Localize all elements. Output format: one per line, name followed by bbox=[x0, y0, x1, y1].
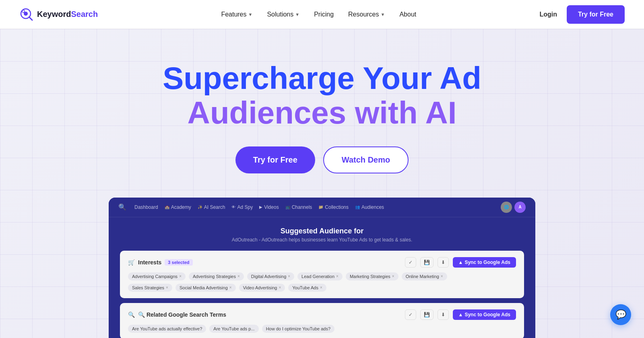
interests-icon: 🛒 bbox=[128, 259, 135, 266]
app-tab-videos[interactable]: ▶Videos bbox=[259, 204, 279, 210]
tag-remove-icon[interactable]: × bbox=[441, 274, 443, 278]
tag-item[interactable]: Lead Generation × bbox=[297, 272, 343, 280]
app-tab-academy[interactable]: 🏫Academy bbox=[165, 204, 191, 210]
app-tab-dashboard[interactable]: Dashboard bbox=[134, 204, 158, 210]
login-button[interactable]: Login bbox=[539, 11, 557, 18]
app-search-icon[interactable]: 🔍 bbox=[118, 203, 126, 211]
interests-tags-row2: Sales Strategies × Social Media Advertis… bbox=[128, 284, 516, 292]
nav-pricing[interactable]: Pricing bbox=[314, 11, 334, 18]
interests-tags: Advertising Campaigns × Advertising Stra… bbox=[128, 272, 516, 280]
tag-remove-icon[interactable]: × bbox=[237, 274, 240, 278]
interests-card-header: 🛒 🛒 Interests Interests 3 selected ✓ 💾 ⬇… bbox=[128, 257, 516, 268]
interests-card-title: 🛒 🛒 Interests Interests 3 selected bbox=[128, 259, 193, 266]
app-tab-collections[interactable]: 📁Collections bbox=[318, 204, 349, 210]
hero-title: Supercharge Your Ad Audiences with AI bbox=[141, 61, 503, 130]
tag-remove-icon[interactable]: × bbox=[288, 274, 290, 278]
chevron-down-icon: ▼ bbox=[381, 12, 385, 17]
hero-buttons: Try for Free Watch Demo bbox=[8, 146, 636, 173]
avatar-flag: 🌐 bbox=[501, 202, 512, 213]
interests-check-button[interactable]: ✓ bbox=[405, 257, 416, 268]
related-download-button[interactable]: ⬇ bbox=[438, 309, 449, 320]
chevron-down-icon: ▼ bbox=[248, 12, 253, 17]
app-tab-ai-search[interactable]: ✨AI Search bbox=[198, 204, 225, 210]
avatar-user: A bbox=[514, 202, 526, 213]
app-avatars: 🌐 A bbox=[501, 202, 526, 213]
related-save-button[interactable]: 💾 bbox=[420, 309, 433, 320]
interests-sync-button[interactable]: ▲ Sync to Google Ads bbox=[453, 257, 516, 268]
interests-card-actions: ✓ 💾 ⬇ ▲ Sync to Google Ads bbox=[405, 257, 516, 268]
related-search-title: 🔍 🔍 Related Google Search Terms bbox=[128, 311, 226, 318]
app-tab-ad-spy[interactable]: 👁Ad Spy bbox=[231, 204, 253, 210]
app-bar: 🔍 Dashboard 🏫Academy ✨AI Search 👁Ad Spy … bbox=[109, 198, 535, 217]
app-preview: 🔍 Dashboard 🏫Academy ✨AI Search 👁Ad Spy … bbox=[109, 198, 535, 338]
navbar: KeywordSearch Features ▼ Solutions ▼ Pri… bbox=[0, 0, 644, 29]
logo[interactable]: KeywordSearch bbox=[19, 7, 98, 22]
interests-save-button[interactable]: 💾 bbox=[420, 257, 433, 268]
related-check-button[interactable]: ✓ bbox=[405, 309, 416, 320]
tag-item[interactable]: Advertising Strategies × bbox=[189, 272, 244, 280]
related-search-header: 🔍 🔍 Related Google Search Terms ✓ 💾 ⬇ ▲ … bbox=[128, 309, 516, 320]
svg-point-3 bbox=[22, 10, 25, 12]
nav-about[interactable]: About bbox=[399, 11, 416, 18]
tag-remove-icon[interactable]: × bbox=[229, 285, 232, 290]
tag-item[interactable]: How do I optimize YouTube ads? bbox=[262, 325, 334, 333]
nav-links: Features ▼ Solutions ▼ Pricing Resources… bbox=[221, 11, 416, 18]
sync-icon: ▲ bbox=[458, 260, 463, 265]
search-icon: 🔍 bbox=[128, 311, 135, 318]
chat-icon: 💬 bbox=[615, 309, 626, 320]
related-sync-button[interactable]: ▲ Sync to Google Ads bbox=[453, 309, 516, 320]
watch-demo-button[interactable]: Watch Demo bbox=[323, 146, 409, 173]
tag-remove-icon[interactable]: × bbox=[336, 274, 339, 278]
tag-item[interactable]: Digital Advertising × bbox=[247, 272, 294, 280]
nav-solutions[interactable]: Solutions ▼ bbox=[267, 11, 299, 18]
tag-item[interactable]: Online Marketing × bbox=[402, 272, 447, 280]
tag-remove-icon[interactable]: × bbox=[166, 285, 168, 290]
tag-remove-icon[interactable]: × bbox=[392, 274, 394, 278]
tag-item[interactable]: Are YouTube ads p... bbox=[209, 325, 258, 333]
tag-item[interactable]: YouTube Ads × bbox=[288, 284, 326, 292]
tag-item[interactable]: Video Advertising × bbox=[239, 284, 285, 292]
sync-icon: ▲ bbox=[458, 312, 463, 317]
logo-icon bbox=[19, 7, 34, 22]
try-free-hero-button[interactable]: Try for Free bbox=[235, 146, 315, 173]
app-body: Suggested Audience for AdOutreach - AdOu… bbox=[109, 217, 535, 338]
app-nav-tabs: Dashboard 🏫Academy ✨AI Search 👁Ad Spy ▶V… bbox=[134, 204, 384, 210]
svg-line-2 bbox=[29, 17, 32, 20]
hero-content: Supercharge Your Ad Audiences with AI Tr… bbox=[8, 61, 636, 338]
nav-features[interactable]: Features ▼ bbox=[221, 11, 252, 18]
tag-item[interactable]: Sales Strategies × bbox=[128, 284, 172, 292]
tag-item[interactable]: Social Media Advertising × bbox=[175, 284, 236, 292]
try-free-nav-button[interactable]: Try for Free bbox=[567, 5, 625, 24]
related-search-tags: Are YouTube ads actually effective? Are … bbox=[128, 325, 516, 333]
app-tab-audiences[interactable]: 👥Audiences bbox=[355, 204, 384, 210]
related-search-card: 🔍 🔍 Related Google Search Terms ✓ 💾 ⬇ ▲ … bbox=[120, 303, 524, 338]
interests-download-button[interactable]: ⬇ bbox=[438, 257, 449, 268]
tag-remove-icon[interactable]: × bbox=[320, 285, 322, 290]
nav-resources[interactable]: Resources ▼ bbox=[348, 11, 385, 18]
interests-badge: 3 selected bbox=[165, 259, 192, 266]
nav-right: Login Try for Free bbox=[539, 5, 625, 24]
interests-card: 🛒 🛒 Interests Interests 3 selected ✓ 💾 ⬇… bbox=[120, 251, 524, 298]
tag-item[interactable]: Marketing Strategies × bbox=[346, 272, 398, 280]
chat-button[interactable]: 💬 bbox=[610, 304, 631, 325]
tag-remove-icon[interactable]: × bbox=[179, 274, 182, 278]
tag-item[interactable]: Are YouTube ads actually effective? bbox=[128, 325, 206, 333]
related-search-actions: ✓ 💾 ⬇ ▲ Sync to Google Ads bbox=[405, 309, 516, 320]
logo-text: KeywordSearch bbox=[37, 10, 98, 19]
hero-section: Supercharge Your Ad Audiences with AI Tr… bbox=[0, 29, 644, 338]
chevron-down-icon: ▼ bbox=[295, 12, 299, 17]
app-tab-channels[interactable]: 📺Channels bbox=[285, 204, 312, 210]
suggested-audience-sub: AdOutreach - AdOutreach helps businesses… bbox=[120, 237, 524, 243]
suggested-audience-title: Suggested Audience for bbox=[120, 227, 524, 235]
tag-remove-icon[interactable]: × bbox=[279, 285, 281, 290]
tag-item[interactable]: Advertising Campaigns × bbox=[128, 272, 186, 280]
